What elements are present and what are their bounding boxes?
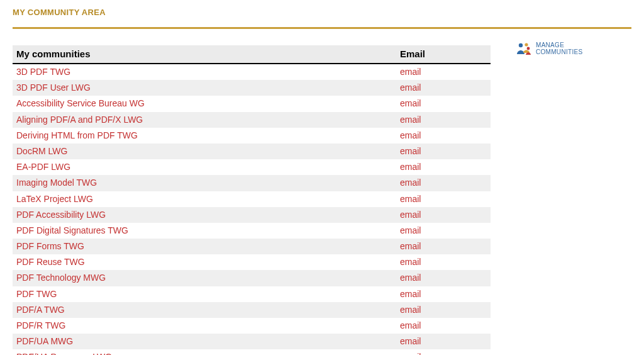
- community-link[interactable]: EA-PDF LWG: [16, 162, 70, 172]
- community-link[interactable]: PDF Reuse TWG: [16, 257, 85, 267]
- communities-table-wrap: My communities Email 3D PDF TWGemail3D P…: [13, 45, 491, 355]
- community-email-link[interactable]: email: [400, 210, 421, 220]
- community-name-cell: PDF/A TWG: [13, 302, 396, 318]
- community-email-cell: email: [396, 80, 491, 96]
- community-email-link[interactable]: email: [400, 273, 421, 283]
- community-email-cell: email: [396, 239, 491, 254]
- community-link[interactable]: Imaging Model TWG: [16, 178, 97, 188]
- community-email-link[interactable]: email: [400, 162, 421, 172]
- table-row: EA-PDF LWGemail: [13, 159, 491, 175]
- community-link[interactable]: PDF Technology MWG: [16, 273, 106, 283]
- community-email-link[interactable]: email: [400, 115, 421, 125]
- community-email-link[interactable]: email: [400, 130, 421, 140]
- table-row: Aligning PDF/A and PDF/X LWGemail: [13, 112, 491, 128]
- community-email-cell: email: [396, 112, 491, 128]
- community-name-cell: Aligning PDF/A and PDF/X LWG: [13, 112, 396, 128]
- col-header-name: My communities: [13, 45, 396, 64]
- community-email-cell: email: [396, 302, 491, 318]
- community-name-cell: Imaging Model TWG: [13, 175, 396, 191]
- community-email-link[interactable]: email: [400, 146, 421, 156]
- table-row: PDF Technology MWGemail: [13, 270, 491, 286]
- community-email-link[interactable]: email: [400, 241, 421, 251]
- community-name-cell: LaTeX Project LWG: [13, 191, 396, 207]
- manage-line1: MANAGE: [536, 42, 582, 48]
- community-email-cell: email: [396, 175, 491, 191]
- community-email-cell: email: [396, 286, 491, 302]
- community-email-cell: email: [396, 349, 491, 355]
- community-name-cell: EA-PDF LWG: [13, 159, 396, 175]
- manage-line2: COMMUNITIES: [536, 48, 582, 55]
- manage-communities-label: MANAGE COMMUNITIES: [536, 42, 582, 55]
- community-email-cell: email: [396, 96, 491, 111]
- community-link[interactable]: Accessibility Service Bureau WG: [16, 98, 145, 108]
- community-link[interactable]: PDF Forms TWG: [16, 241, 84, 251]
- table-row: DocRM LWGemail: [13, 144, 491, 159]
- community-email-cell: email: [396, 159, 491, 175]
- community-email-link[interactable]: email: [400, 194, 421, 204]
- manage-communities-link[interactable]: MANAGE COMMUNITIES: [516, 42, 582, 55]
- community-name-cell: Deriving HTML from PDF TWG: [13, 128, 396, 144]
- community-email-cell: email: [396, 128, 491, 144]
- community-link[interactable]: Aligning PDF/A and PDF/X LWG: [16, 115, 143, 125]
- community-name-cell: PDF Accessibility LWG: [13, 207, 396, 223]
- community-link[interactable]: LaTeX Project LWG: [16, 194, 93, 204]
- svg-point-1: [525, 43, 528, 46]
- community-email-cell: email: [396, 270, 491, 286]
- community-link[interactable]: PDF/R TWG: [16, 320, 65, 330]
- community-email-link[interactable]: email: [400, 352, 421, 355]
- community-email-link[interactable]: email: [400, 289, 421, 299]
- table-row: PDF Forms TWGemail: [13, 239, 491, 254]
- table-row: PDF/A TWGemail: [13, 302, 491, 318]
- community-email-cell: email: [396, 254, 491, 270]
- table-row: 3D PDF TWGemail: [13, 64, 491, 80]
- community-email-link[interactable]: email: [400, 336, 421, 346]
- svg-point-0: [519, 43, 523, 47]
- community-link[interactable]: DocRM LWG: [16, 146, 67, 156]
- community-name-cell: PDF Technology MWG: [13, 270, 396, 286]
- section-title: MY COMMUNITY AREA: [13, 8, 631, 17]
- divider: [13, 27, 631, 29]
- community-link[interactable]: PDF/UA Processor LWG: [16, 352, 112, 355]
- table-row: PDF TWGemail: [13, 286, 491, 302]
- community-link[interactable]: 3D PDF TWG: [16, 67, 70, 77]
- col-header-email: Email: [396, 45, 491, 64]
- community-email-link[interactable]: email: [400, 257, 421, 267]
- community-name-cell: Accessibility Service Bureau WG: [13, 96, 396, 111]
- community-email-cell: email: [396, 334, 491, 349]
- community-email-link[interactable]: email: [400, 225, 421, 235]
- community-link[interactable]: PDF TWG: [16, 289, 57, 299]
- community-email-link[interactable]: email: [400, 320, 421, 330]
- table-row: PDF Digital Signatures TWGemail: [13, 223, 491, 239]
- table-row: 3D PDF User LWGemail: [13, 80, 491, 96]
- community-email-link[interactable]: email: [400, 82, 421, 93]
- community-link[interactable]: PDF Accessibility LWG: [16, 210, 106, 220]
- community-email-link[interactable]: email: [400, 98, 421, 108]
- community-email-link[interactable]: email: [400, 305, 421, 315]
- table-row: PDF/R TWGemail: [13, 318, 491, 334]
- community-email-link[interactable]: email: [400, 67, 421, 77]
- community-email-cell: email: [396, 64, 491, 80]
- community-email-cell: email: [396, 144, 491, 159]
- community-link[interactable]: PDF/A TWG: [16, 305, 65, 315]
- communities-table: My communities Email 3D PDF TWGemail3D P…: [13, 45, 491, 355]
- community-email-cell: email: [396, 318, 491, 334]
- community-email-cell: email: [396, 207, 491, 223]
- community-email-cell: email: [396, 191, 491, 207]
- community-name-cell: DocRM LWG: [13, 144, 396, 159]
- community-name-cell: PDF/UA MWG: [13, 334, 396, 349]
- community-link[interactable]: 3D PDF User LWG: [16, 82, 91, 93]
- table-row: LaTeX Project LWGemail: [13, 191, 491, 207]
- community-name-cell: PDF TWG: [13, 286, 396, 302]
- community-name-cell: PDF/UA Processor LWG: [13, 349, 396, 355]
- community-name-cell: PDF Reuse TWG: [13, 254, 396, 270]
- community-name-cell: PDF Digital Signatures TWG: [13, 223, 396, 239]
- table-row: Imaging Model TWGemail: [13, 175, 491, 191]
- community-link[interactable]: PDF/UA MWG: [16, 336, 73, 346]
- table-row: PDF Reuse TWGemail: [13, 254, 491, 270]
- community-link[interactable]: PDF Digital Signatures TWG: [16, 225, 128, 235]
- community-link[interactable]: Deriving HTML from PDF TWG: [16, 130, 138, 140]
- community-email-link[interactable]: email: [400, 178, 421, 188]
- community-name-cell: PDF/R TWG: [13, 318, 396, 334]
- table-row: Deriving HTML from PDF TWGemail: [13, 128, 491, 144]
- people-icon: [516, 42, 532, 55]
